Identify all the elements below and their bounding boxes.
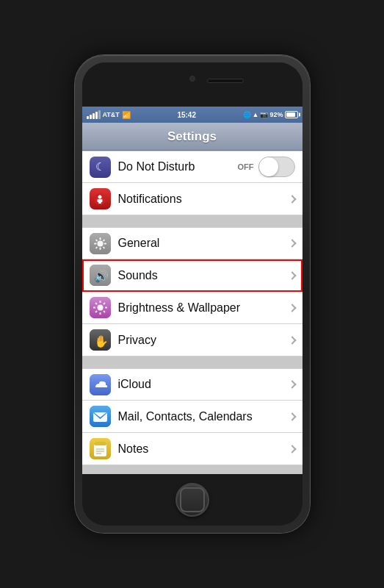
speaker xyxy=(207,79,244,83)
home-button[interactable] xyxy=(175,483,209,517)
privacy-label: Privacy xyxy=(118,334,289,347)
signal-bar-5 xyxy=(98,110,101,119)
sounds-svg: 🔊 xyxy=(90,265,111,286)
svg-line-22 xyxy=(95,303,97,304)
status-right: 🌐 ▲ 📷 92% xyxy=(243,111,298,118)
signal-bars xyxy=(87,110,101,119)
home-button-inner xyxy=(180,487,205,512)
settings-item-notifications[interactable]: Notifications xyxy=(82,183,303,215)
notes-icon xyxy=(90,438,111,459)
svg-text:✋: ✋ xyxy=(94,334,109,348)
icloud-icon xyxy=(90,374,111,395)
battery-icon xyxy=(285,111,298,118)
notifications-svg xyxy=(93,193,106,206)
notifications-chevron xyxy=(288,195,296,203)
toggle-off-label: OFF xyxy=(238,162,254,171)
carrier-label: AT&T xyxy=(103,111,120,118)
svg-text:🔊: 🔊 xyxy=(94,269,109,283)
settings-item-do-not-disturb[interactable]: ☾ Do Not Disturb OFF xyxy=(82,151,303,183)
top-bezel xyxy=(82,62,303,107)
phone-device: AT&T 📶 15:42 🌐 ▲ 📷 92% Sett xyxy=(75,55,310,533)
settings-item-icloud[interactable]: iCloud xyxy=(82,368,303,401)
settings-item-mail[interactable]: Mail, Contacts, Calendars xyxy=(82,401,303,433)
privacy-icon: ✋ xyxy=(90,329,111,351)
settings-list[interactable]: ☾ Do Not Disturb OFF xyxy=(82,151,303,474)
status-bar: AT&T 📶 15:42 🌐 ▲ 📷 92% xyxy=(82,107,303,123)
battery-percent: 92% xyxy=(269,111,283,118)
sounds-icon: 🔊 xyxy=(90,265,111,286)
brightness-label: Brightness & Wallpaper xyxy=(118,301,289,315)
general-chevron xyxy=(288,239,296,247)
signal-bar-1 xyxy=(87,116,89,119)
settings-item-notes[interactable]: Notes xyxy=(82,433,303,465)
svg-rect-33 xyxy=(94,442,106,445)
do-not-disturb-icon: ☾ xyxy=(90,157,111,178)
general-label: General xyxy=(118,237,289,250)
image-icon: 📷 xyxy=(260,111,268,118)
do-not-disturb-toggle[interactable]: OFF xyxy=(238,157,295,177)
battery-fill xyxy=(286,112,295,117)
brightness-svg xyxy=(90,297,111,318)
icloud-chevron xyxy=(288,380,296,388)
nav-bar: Settings xyxy=(82,123,303,151)
settings-group-3: iCloud xyxy=(82,368,303,465)
notes-label: Notes xyxy=(118,442,289,456)
icloud-label: iCloud xyxy=(118,378,289,391)
privacy-chevron xyxy=(288,336,296,344)
sounds-chevron xyxy=(288,271,296,279)
time-display: 15:42 xyxy=(177,111,196,119)
notifications-icon xyxy=(90,188,111,209)
mail-icon xyxy=(90,406,111,427)
bottom-bezel xyxy=(82,474,303,526)
mail-chevron xyxy=(288,412,296,420)
settings-item-privacy[interactable]: ✋ Privacy xyxy=(82,324,303,356)
settings-group-1: ☾ Do Not Disturb OFF xyxy=(82,151,303,215)
svg-line-25 xyxy=(95,311,97,312)
svg-line-24 xyxy=(104,303,105,304)
svg-point-17 xyxy=(97,305,103,311)
icloud-svg xyxy=(90,374,111,395)
brightness-icon xyxy=(90,297,111,318)
page-title: Settings xyxy=(167,129,217,144)
general-icon xyxy=(90,233,111,254)
signal-bar-3 xyxy=(93,113,95,119)
toggle-switch[interactable] xyxy=(258,157,295,177)
sounds-label: Sounds xyxy=(118,269,289,282)
mail-svg xyxy=(90,406,111,427)
mail-label: Mail, Contacts, Calendars xyxy=(118,410,289,423)
privacy-svg: ✋ xyxy=(90,329,111,351)
signal-bar-4 xyxy=(95,112,98,119)
svg-rect-9 xyxy=(104,243,106,244)
settings-group-2: General xyxy=(82,227,303,356)
svg-rect-7 xyxy=(99,247,101,250)
svg-line-23 xyxy=(104,311,105,312)
wifi-icon: 📶 xyxy=(122,111,131,119)
notes-svg xyxy=(90,438,111,459)
status-left: AT&T 📶 xyxy=(87,110,131,119)
settings-item-brightness[interactable]: Brightness & Wallpaper xyxy=(82,292,303,324)
notes-chevron xyxy=(288,445,296,453)
do-not-disturb-label: Do Not Disturb xyxy=(118,160,238,173)
general-svg xyxy=(90,233,111,254)
svg-rect-6 xyxy=(99,237,101,240)
signal-bar-2 xyxy=(90,115,92,119)
screen: AT&T 📶 15:42 🌐 ▲ 📷 92% Sett xyxy=(82,107,303,474)
globe-icon: 🌐 xyxy=(243,111,251,118)
svg-rect-3 xyxy=(98,202,101,204)
arrow-icon: ▲ xyxy=(253,111,259,118)
phone-inner: AT&T 📶 15:42 🌐 ▲ 📷 92% Sett xyxy=(82,62,303,526)
brightness-chevron xyxy=(288,304,296,312)
notifications-label: Notifications xyxy=(118,193,289,206)
settings-item-general[interactable]: General xyxy=(82,227,303,259)
camera xyxy=(189,76,195,82)
svg-point-5 xyxy=(97,240,103,246)
svg-rect-8 xyxy=(94,243,97,244)
svg-rect-2 xyxy=(98,199,103,202)
svg-point-1 xyxy=(98,195,102,198)
settings-item-sounds[interactable]: 🔊 Sounds xyxy=(82,259,303,292)
